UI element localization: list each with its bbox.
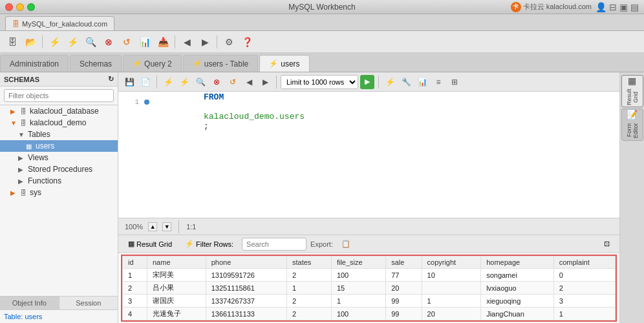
- settings-btn[interactable]: ⚙: [220, 34, 237, 50]
- cell-2-8: 3: [553, 295, 615, 307]
- table-row[interactable]: 1宋阿美1310959172621007710songamei0: [123, 269, 616, 282]
- exec-sel-btn[interactable]: ⚡: [177, 75, 191, 89]
- connection-tab[interactable]: 🗄 MySQL_for_kalacloud.com: [5, 16, 114, 30]
- window-controls[interactable]: [5, 3, 35, 11]
- object-info-tab[interactable]: Object Info: [0, 297, 59, 309]
- col-btn[interactable]: ≡: [431, 75, 445, 89]
- tree-item-functions[interactable]: ▶ Functions: [0, 175, 118, 187]
- table-icon: ▦: [26, 143, 34, 150]
- kala-logo-icon: 卡: [511, 2, 521, 12]
- table-body: 1宋阿美1310959172621007710songamei02吕小果1325…: [123, 269, 616, 320]
- stop-exec-btn[interactable]: ⊗: [209, 75, 224, 89]
- execute-btn[interactable]: ⚡: [46, 34, 63, 50]
- form-editor-panel-btn[interactable]: 📝 Form Editor: [621, 109, 643, 141]
- tree-item-views[interactable]: ▶ Views: [0, 152, 118, 163]
- bar-btn[interactable]: 📊: [415, 75, 429, 89]
- layout3-icon[interactable]: ▤: [630, 2, 639, 12]
- window-control-icons[interactable]: 👤 ⊟ ▣ ▤: [596, 2, 639, 12]
- next-result-btn[interactable]: ▶: [258, 75, 272, 89]
- layout-icon[interactable]: ⊟: [609, 2, 617, 12]
- ed-sep-1: [156, 76, 157, 89]
- filter-input[interactable]: [242, 238, 306, 251]
- sidebar-header: SCHEMAS ↻: [0, 72, 118, 87]
- sys-label: sys: [30, 188, 115, 197]
- tab-administration[interactable]: Administration: [0, 55, 69, 72]
- zoom-down-btn[interactable]: ▼: [162, 222, 171, 231]
- new-schema-btn[interactable]: 🗄: [4, 34, 21, 50]
- cell-0-1: 宋阿美: [147, 269, 206, 282]
- open-btn[interactable]: 📂: [22, 34, 39, 50]
- next-btn[interactable]: ▶: [197, 34, 213, 50]
- results-table: idnamephonestatesfile_sizesalecopyrighth…: [122, 256, 616, 320]
- refresh-btn[interactable]: ↺: [118, 34, 135, 50]
- cal-btn[interactable]: ⚡: [383, 75, 397, 89]
- save-sql-btn[interactable]: 💾: [122, 75, 136, 89]
- cell-2-1: 谢国庆: [147, 295, 206, 307]
- col-header-id: id: [123, 256, 147, 269]
- exec-btn[interactable]: ⚡: [161, 75, 175, 89]
- export-btn[interactable]: 📋: [337, 238, 355, 251]
- minimize-button[interactable]: [16, 3, 24, 11]
- tab-users-table[interactable]: ⚡ users - Table: [183, 55, 258, 72]
- sidebar-tree: ▶ 🗄 kalacloud_database ▼ 🗄 kalacloud_dem…: [0, 105, 118, 296]
- import-btn[interactable]: 📥: [155, 34, 171, 50]
- tree-item-kalacloud-database[interactable]: ▶ 🗄 kalacloud_database: [0, 105, 118, 117]
- db-demo-label: kalacloud_demo: [30, 118, 115, 127]
- tab-schemas[interactable]: Schemas: [70, 55, 122, 72]
- execute-green-btn[interactable]: ▶: [360, 75, 374, 89]
- result-grid-icon: ▦: [128, 240, 134, 248]
- prev-btn[interactable]: ◀: [178, 34, 195, 50]
- tree-item-sys[interactable]: ▶ 🗄 sys: [0, 187, 118, 198]
- new-sql-btn[interactable]: 📄: [138, 75, 153, 89]
- close-button[interactable]: [5, 3, 13, 11]
- result-grid-tab-btn[interactable]: ▦ Result Grid: [123, 238, 177, 251]
- limit-select[interactable]: Limit to 1000 rows: [281, 75, 358, 89]
- cell-2-7: xieguoqing: [481, 295, 554, 307]
- cell-2-5: 99: [386, 295, 422, 307]
- cell-1-4: 15: [331, 282, 385, 295]
- help-btn[interactable]: ❓: [239, 34, 255, 50]
- explain-btn[interactable]: 🔍: [82, 34, 99, 50]
- wrap-cell-btn[interactable]: ⊡: [599, 238, 614, 251]
- sidebar-refresh-icon[interactable]: ↻: [108, 75, 114, 83]
- sidebar-search-input[interactable]: [4, 89, 114, 102]
- ed-sep-3: [378, 76, 379, 89]
- user-icon[interactable]: 👤: [596, 2, 606, 12]
- maximize-button[interactable]: [27, 3, 35, 11]
- stop-btn[interactable]: ⊗: [100, 34, 117, 50]
- export-label: Export:: [310, 240, 333, 248]
- grid-btn[interactable]: ⊞: [447, 75, 462, 89]
- cell-0-2: 13109591726: [206, 269, 286, 282]
- db-icon: 🗄: [20, 108, 28, 115]
- result-grid-panel-btn[interactable]: ▦ Result Grid: [621, 75, 643, 107]
- tree-item-kalacloud-demo[interactable]: ▼ 🗄 kalacloud_demo: [0, 117, 118, 129]
- zoom-up-btn[interactable]: ▲: [148, 222, 157, 231]
- tree-item-users[interactable]: ▦ users: [0, 140, 118, 152]
- find-btn[interactable]: 🔍: [193, 75, 208, 89]
- execute-all-btn[interactable]: ⚡: [64, 34, 81, 50]
- views-expand-icon: ▶: [18, 154, 26, 162]
- session-tab[interactable]: Session: [59, 297, 118, 309]
- result-grid-panel-label: Result Grid: [626, 87, 639, 107]
- cell-3-8: 1: [553, 307, 615, 320]
- query2-icon: ⚡: [133, 59, 142, 68]
- prev-result-btn[interactable]: ◀: [242, 75, 256, 89]
- table-row[interactable]: 2吕小果1325111586111520lvxiaoguo2: [123, 282, 616, 295]
- data-table-wrapper[interactable]: idnamephonestatesfile_sizesalecopyrighth…: [122, 256, 616, 320]
- refresh-results-btn[interactable]: ↺: [226, 75, 240, 89]
- sql-editor[interactable]: 1 SELECT * FROM kalacloud_demo.users ;: [118, 92, 619, 218]
- export-btn[interactable]: 📊: [136, 34, 153, 50]
- tab-users[interactable]: ⚡ users: [259, 55, 309, 72]
- cell-1-7: lvxiaoguo: [481, 282, 554, 295]
- tab-query2[interactable]: ⚡ Query 2: [123, 55, 182, 72]
- wrench-btn[interactable]: 🔧: [399, 75, 413, 89]
- table-row[interactable]: 4光速兔子1366113113321009920JiangChuan1: [123, 307, 616, 320]
- col-header-states: states: [286, 256, 331, 269]
- cell-1-5: 20: [386, 282, 422, 295]
- tree-item-tables[interactable]: ▼ Tables: [0, 129, 118, 140]
- table-row[interactable]: 3谢国庆1337426733721991xieguoqing3: [123, 295, 616, 307]
- sidebar-search-container: [0, 87, 118, 105]
- layout2-icon[interactable]: ▣: [619, 2, 628, 12]
- filter-rows-btn[interactable]: ⚡ Filter Rows:: [180, 238, 238, 251]
- tree-item-stored-procedures[interactable]: ▶ Stored Procedures: [0, 163, 118, 175]
